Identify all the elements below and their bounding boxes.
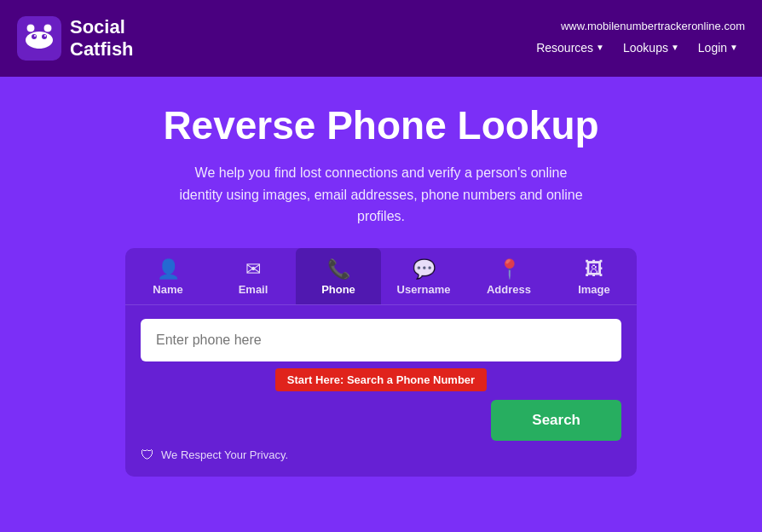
hint-bar: Start Here: Search a Phone Number — [275, 368, 487, 391]
svg-point-2 — [32, 34, 37, 39]
logo: Social Catfish — [17, 16, 134, 61]
nav-url: www.mobilenumbertrackeronline.com — [561, 20, 745, 32]
phone-search-input[interactable] — [141, 319, 621, 361]
search-btn-row: Search — [141, 400, 621, 441]
svg-point-5 — [44, 35, 46, 37]
privacy-text: We Respect Your Privacy. — [161, 448, 288, 461]
tab-name[interactable]: 👤 Name — [125, 248, 211, 304]
hero-title: Reverse Phone Lookup — [17, 102, 745, 148]
tab-image[interactable]: 🖼 Image — [551, 248, 637, 304]
person-icon: 👤 — [157, 260, 180, 279]
chevron-down-icon: ▼ — [730, 43, 738, 52]
search-card: 👤 Name ✉ Email 📞 Phone 💬 Username 📍 Addr… — [125, 248, 637, 477]
tab-email[interactable]: ✉ Email — [211, 248, 296, 304]
tab-address[interactable]: 📍 Address — [466, 248, 551, 304]
address-icon: 📍 — [498, 260, 521, 279]
search-tabs: 👤 Name ✉ Email 📞 Phone 💬 Username 📍 Addr… — [125, 248, 637, 305]
hero-subtitle: We help you find lost connections and ve… — [176, 162, 586, 228]
tab-phone[interactable]: 📞 Phone — [296, 248, 381, 304]
svg-point-4 — [34, 35, 36, 37]
navbar: Social Catfish www.mobilenumbertrackeron… — [0, 0, 762, 77]
svg-point-8 — [43, 24, 52, 32]
logo-text: Social Catfish — [70, 16, 134, 61]
tab-username[interactable]: 💬 Username — [381, 248, 466, 304]
svg-point-3 — [42, 34, 47, 39]
search-area: Start Here: Search a Phone Number Search — [125, 319, 637, 441]
image-icon: 🖼 — [585, 260, 603, 279]
catfish-logo-icon — [17, 16, 61, 61]
hero-section: Reverse Phone Lookup We help you find lo… — [0, 77, 762, 477]
phone-input-wrap — [141, 319, 621, 361]
nav-resources[interactable]: Resources ▼ — [529, 38, 611, 58]
nav-links: Resources ▼ Lookups ▼ Login ▼ — [529, 38, 745, 58]
nav-lookups[interactable]: Lookups ▼ — [616, 38, 686, 58]
svg-point-6 — [36, 45, 43, 49]
nav-login[interactable]: Login ▼ — [691, 38, 745, 58]
svg-point-7 — [26, 24, 35, 32]
nav-right: www.mobilenumbertrackeronline.com Resour… — [529, 20, 745, 58]
phone-icon: 📞 — [327, 260, 350, 279]
chevron-down-icon: ▼ — [596, 43, 604, 52]
email-icon: ✉ — [245, 260, 261, 279]
chevron-down-icon: ▼ — [671, 43, 679, 52]
username-icon: 💬 — [413, 260, 436, 279]
shield-icon: 🛡 — [141, 448, 154, 463]
search-button[interactable]: Search — [491, 400, 621, 441]
privacy-row: 🛡 We Respect Your Privacy. — [125, 441, 637, 463]
